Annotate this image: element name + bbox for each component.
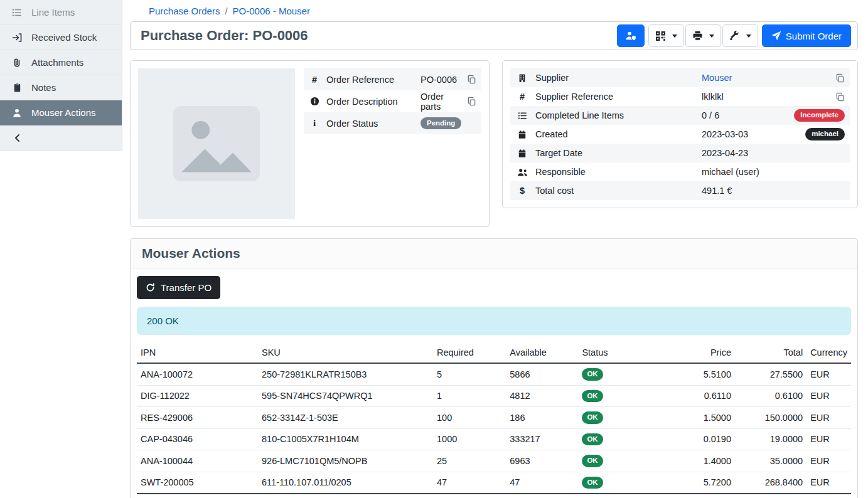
order-description-value: Order parts xyxy=(421,92,461,112)
main-content: Purchase Orders / PO-0006 - Mouser Purch… xyxy=(130,0,868,498)
hash-icon: # xyxy=(515,92,529,102)
detail-row-supplier: Supplier Mouser xyxy=(510,68,850,87)
ok-badge: OK xyxy=(582,477,603,489)
ok-badge: OK xyxy=(582,411,603,424)
calendar-icon xyxy=(515,149,529,158)
table-row: ANA-100044 926-LMC7101QM5/NOPB 25 6963 O… xyxy=(137,450,851,472)
detail-row-supplier-reference: # Supplier Reference lklklkl xyxy=(510,87,850,106)
table-row: DIG-112022 595-SN74HCS74QPWRQ1 1 4812 OK… xyxy=(137,385,851,407)
paper-plane-icon xyxy=(771,31,781,41)
breadcrumb-link-purchase-orders[interactable]: Purchase Orders xyxy=(149,6,220,16)
created-value: 2023-03-03 xyxy=(702,129,799,139)
copy-icon[interactable] xyxy=(467,75,476,84)
col-status: Status xyxy=(578,342,658,363)
sidebar-item-label: Received Stock xyxy=(31,32,97,43)
print-actions-button[interactable] xyxy=(685,24,721,47)
order-details-table: # Order Reference PO-0006 Order Descript… xyxy=(304,68,481,219)
order-details-card: # Order Reference PO-0006 Order Descript… xyxy=(130,60,490,227)
qrcode-icon xyxy=(655,31,666,41)
target-date-value: 2023-04-23 xyxy=(702,148,845,158)
footer-total-value: 501.0000 xyxy=(735,494,806,498)
user-shield-icon xyxy=(625,31,636,41)
list-check-icon xyxy=(515,111,529,120)
table-row: CAP-043046 810-C1005X7R1H104M 1000 33321… xyxy=(137,428,851,450)
breadcrumb-link-current-order[interactable]: PO-0006 - Mouser xyxy=(233,6,310,16)
panel-body: Transfer PO 200 OK IPN SKU Required Avai… xyxy=(131,268,857,498)
sidebar-item-label: Notes xyxy=(31,82,56,93)
sidebar-item-label: Line Items xyxy=(31,7,75,18)
sidebar-collapse-button[interactable] xyxy=(0,125,122,151)
order-status-value: Pending xyxy=(421,117,476,130)
col-price: Price xyxy=(658,342,735,363)
sidebar-item-attachments[interactable]: Attachments xyxy=(0,50,122,75)
order-reference-value: PO-0006 xyxy=(421,75,461,85)
order-detail-section: # Order Reference PO-0006 Order Descript… xyxy=(130,60,858,227)
chevron-left-icon xyxy=(13,133,23,143)
detail-row-created: Created 2023-03-03 michael xyxy=(510,125,850,144)
detail-row-order-reference: # Order Reference PO-0006 xyxy=(304,68,481,90)
sidebar-item-notes[interactable]: Notes xyxy=(0,75,122,100)
picture-icon xyxy=(169,102,264,185)
sidebar-item-label: Attachments xyxy=(31,57,83,68)
supplier-reference-value: lklklkl xyxy=(702,92,829,102)
transfer-po-label: Transfer PO xyxy=(161,282,212,293)
toolbar: Submit Order xyxy=(617,24,851,47)
barcode-actions-button[interactable] xyxy=(648,24,684,47)
detail-row-order-description: Order Description Order parts xyxy=(304,90,481,112)
total-cost-value: 491.1 € xyxy=(702,186,845,196)
col-ipn: IPN xyxy=(137,342,258,363)
caret-down-icon xyxy=(746,34,751,38)
sidebar-item-received-stock[interactable]: Received Stock xyxy=(0,25,122,50)
col-sku: SKU xyxy=(258,342,433,363)
caret-down-icon xyxy=(709,34,714,38)
caret-down-icon xyxy=(672,34,677,38)
arrow-into-bracket-icon xyxy=(11,33,23,43)
table-footer-row: Total 501.0000 xyxy=(137,494,851,498)
col-currency: Currency xyxy=(806,342,851,363)
transfer-po-button[interactable]: Transfer PO xyxy=(137,276,220,299)
sidebar-item-line-items[interactable]: Line Items xyxy=(0,0,122,25)
detail-row-order-status: i Order Status Pending xyxy=(304,112,481,134)
user-admin-button[interactable] xyxy=(617,24,645,47)
calendar-icon xyxy=(515,130,529,139)
dollar-icon: $ xyxy=(515,186,529,196)
table-row: RES-429006 652-3314Z-1-503E 100 186 OK 1… xyxy=(137,407,851,429)
list-icon xyxy=(11,8,23,18)
supplier-link[interactable]: Mouser xyxy=(702,73,829,83)
incomplete-badge: Incomplete xyxy=(794,109,845,122)
detail-row-responsible: Responsible michael (user) xyxy=(510,162,850,181)
supplier-details-card: Supplier Mouser # Supplier Reference lkl… xyxy=(502,60,858,208)
order-image-placeholder xyxy=(138,68,295,219)
mouser-line-items-table: IPN SKU Required Available Status Price … xyxy=(137,342,851,498)
detail-row-completed-line-items: Completed Line Items 0 / 6 Incomplete xyxy=(510,106,850,125)
sidebar: Line Items Received Stock Attachments No… xyxy=(0,0,122,151)
col-required: Required xyxy=(433,342,506,363)
copy-icon[interactable] xyxy=(835,92,845,102)
tools-icon xyxy=(729,31,740,41)
table-row: SWT-200005 611-110.107.011/0205 47 47 OK… xyxy=(137,472,851,494)
copy-icon[interactable] xyxy=(835,73,845,83)
table-row: ANA-100072 250-72981KLRATR150B3 5 5866 O… xyxy=(137,363,851,385)
ok-badge: OK xyxy=(582,455,603,467)
page-header: Purchase Order: PO-0006 xyxy=(130,21,858,50)
table-header-row: IPN SKU Required Available Status Price … xyxy=(137,342,851,363)
action-button-group xyxy=(648,24,758,47)
info-circle-icon xyxy=(309,97,320,106)
detail-row-total-cost: $ Total cost 491.1 € xyxy=(510,181,850,200)
sidebar-item-mouser-actions[interactable]: Mouser Actions xyxy=(0,100,122,125)
status-alert: 200 OK xyxy=(137,307,851,335)
submit-order-button[interactable]: Submit Order xyxy=(762,24,851,47)
order-actions-button[interactable] xyxy=(722,24,758,47)
user-icon xyxy=(11,108,23,118)
footer-total-label: Total xyxy=(137,494,258,498)
users-icon xyxy=(515,167,529,177)
status-badge: Pending xyxy=(421,117,461,130)
page-title: Purchase Order: PO-0006 xyxy=(141,28,308,44)
sidebar-item-label: Mouser Actions xyxy=(31,107,96,118)
info-icon: i xyxy=(309,118,320,129)
copy-icon[interactable] xyxy=(467,97,476,106)
col-available: Available xyxy=(506,342,578,363)
refresh-icon xyxy=(146,283,155,292)
responsible-value: michael (user) xyxy=(702,167,845,177)
ok-badge: OK xyxy=(582,368,603,381)
